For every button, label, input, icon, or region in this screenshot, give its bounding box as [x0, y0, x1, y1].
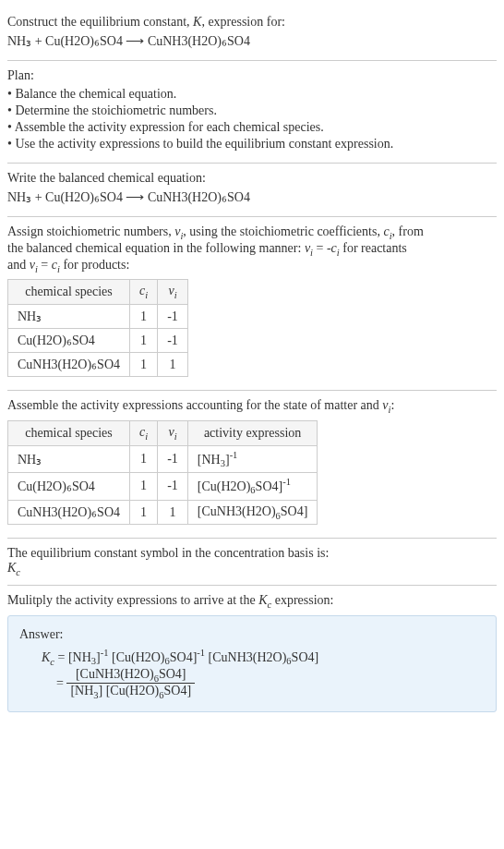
- cell-species: CuNH3(H2O)₆SO4: [8, 353, 130, 377]
- plan-section: Plan: • Balance the chemical equation. •…: [7, 61, 497, 164]
- activity-section: Assemble the activity expressions accoun…: [7, 391, 497, 539]
- col-vi: νi: [158, 420, 188, 445]
- cell-ci: 1: [130, 445, 158, 472]
- cell-vi: -1: [158, 329, 188, 353]
- plan-bullet-2: • Determine the stoichiometric numbers.: [7, 103, 497, 118]
- plan-bullet-3: • Assemble the activity expression for e…: [7, 120, 497, 135]
- multiply-title: Mulitply the activity expressions to arr…: [7, 593, 497, 610]
- col-vi: νi: [158, 280, 188, 305]
- stoich-intro-1: Assign stoichiometric numbers, νi, using…: [7, 224, 497, 241]
- cell-species: CuNH3(H2O)₆SO4: [8, 500, 130, 525]
- stoichiometric-table: chemical species ci νi NH₃ 1 -1 Cu(H2O)₆…: [7, 279, 188, 377]
- cell-activity: [NH3]-1: [187, 445, 318, 472]
- stoich-intro-3: and νi = ci for products:: [7, 258, 497, 274]
- symbol-section: The equilibrium constant symbol in the c…: [7, 539, 497, 586]
- table-row: CuNH3(H2O)₆SO4 1 1 [CuNH3(H2O)6SO4]: [8, 500, 318, 525]
- answer-line1: Kc = [NH3]-1 [Cu(H2O)6SO4]-1 [CuNH3(H2O)…: [42, 648, 485, 666]
- cell-ci: 1: [130, 473, 158, 500]
- cell-vi: -1: [158, 445, 188, 472]
- problem-equation: NH₃ + Cu(H2O)₆SO4 ⟶ CuNH3(H2O)₆SO4: [7, 33, 497, 49]
- balanced-equation-section: Write the balanced chemical equation: NH…: [7, 164, 497, 217]
- col-species: chemical species: [8, 280, 130, 305]
- cell-species: NH₃: [8, 445, 130, 472]
- plan-bullet-1: • Balance the chemical equation.: [7, 87, 497, 102]
- answer-box: Answer: Kc = [NH3]-1 [Cu(H2O)6SO4]-1 [Cu…: [7, 615, 497, 712]
- table-row: NH₃ 1 -1: [8, 305, 188, 329]
- col-ci: ci: [130, 280, 158, 305]
- cell-activity: [Cu(H2O)6SO4]-1: [187, 473, 318, 500]
- cell-ci: 1: [130, 500, 158, 525]
- table-row: Cu(H2O)₆SO4 1 -1: [8, 329, 188, 353]
- activity-title: Assemble the activity expressions accoun…: [7, 398, 497, 415]
- activity-table: chemical species ci νi activity expressi…: [7, 420, 318, 526]
- cell-vi: 1: [158, 353, 188, 377]
- table-row: CuNH3(H2O)₆SO4 1 1: [8, 353, 188, 377]
- cell-species: Cu(H2O)₆SO4: [8, 329, 130, 353]
- cell-vi: 1: [158, 500, 188, 525]
- cell-ci: 1: [130, 329, 158, 353]
- cell-species: Cu(H2O)₆SO4: [8, 473, 130, 500]
- cell-ci: 1: [130, 353, 158, 377]
- cell-species: NH₃: [8, 305, 130, 329]
- balanced-equation-title: Write the balanced chemical equation:: [7, 171, 497, 186]
- table-header-row: chemical species ci νi activity expressi…: [8, 420, 318, 445]
- table-header-row: chemical species ci νi: [8, 280, 188, 305]
- answer-label: Answer:: [19, 627, 485, 642]
- frac-numerator: [CuNH3(H2O)6SO4]: [66, 667, 195, 685]
- problem-statement: Construct the equilibrium constant, K, e…: [7, 7, 497, 61]
- plan-title: Plan:: [7, 68, 497, 83]
- cell-vi: -1: [158, 473, 188, 500]
- symbol: Kc: [7, 561, 497, 577]
- answer-line2: = [CuNH3(H2O)6SO4][NH3] [Cu(H2O)6SO4]: [56, 667, 485, 701]
- plan-list: • Balance the chemical equation. • Deter…: [7, 87, 497, 152]
- multiply-section: Mulitply the activity expressions to arr…: [7, 586, 497, 720]
- symbol-intro: The equilibrium constant symbol in the c…: [7, 546, 497, 561]
- problem-text-1: Construct the equilibrium constant, K, e…: [7, 15, 497, 30]
- cell-ci: 1: [130, 305, 158, 329]
- col-activity: activity expression: [187, 420, 318, 445]
- table-row: Cu(H2O)₆SO4 1 -1 [Cu(H2O)6SO4]-1: [8, 473, 318, 500]
- table-row: NH₃ 1 -1 [NH3]-1: [8, 445, 318, 472]
- cell-activity: [CuNH3(H2O)6SO4]: [187, 500, 318, 525]
- col-species: chemical species: [8, 420, 130, 445]
- plan-bullet-4: • Use the activity expressions to build …: [7, 137, 497, 152]
- stoichiometric-section: Assign stoichiometric numbers, νi, using…: [7, 217, 497, 391]
- frac-denominator: [NH3] [Cu(H2O)6SO4]: [66, 684, 195, 700]
- stoich-intro-2: the balanced chemical equation in the fo…: [7, 241, 497, 258]
- col-ci: ci: [130, 420, 158, 445]
- balanced-equation: NH₃ + Cu(H2O)₆SO4 ⟶ CuNH3(H2O)₆SO4: [7, 189, 497, 205]
- cell-vi: -1: [158, 305, 188, 329]
